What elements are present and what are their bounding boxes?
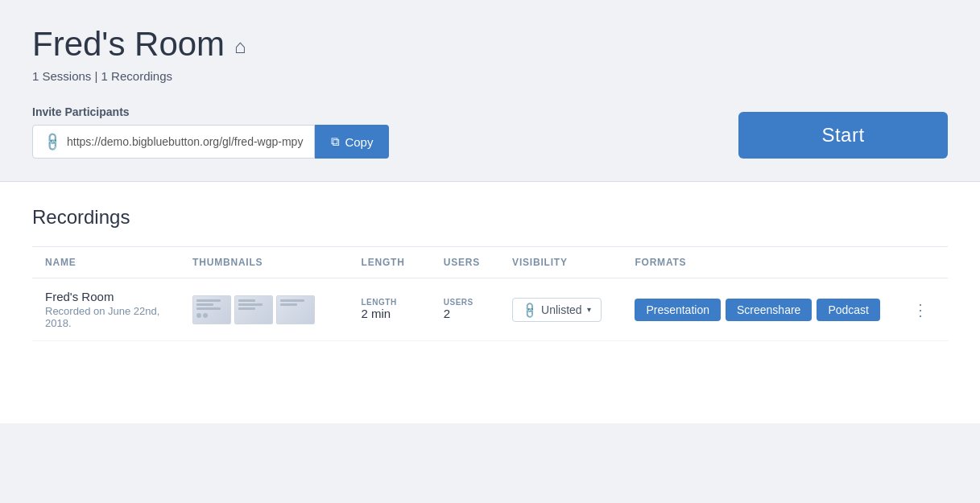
thumbnail-2 xyxy=(234,295,273,324)
thumbnails-container xyxy=(192,295,335,324)
unlisted-label: Unlisted xyxy=(541,303,582,316)
invite-row: Invite Participants 🔗 https://demo.bigbl… xyxy=(32,105,948,159)
formats-container: Presentation Screenshare Podcast xyxy=(635,299,880,321)
thumbnail-3 xyxy=(276,295,315,324)
formats-cell: Presentation Screenshare Podcast xyxy=(622,278,893,341)
chevron-down-icon: ▾ xyxy=(587,305,591,314)
unlisted-link-icon: 🔗 xyxy=(520,300,539,319)
length-label: LENGTH xyxy=(362,298,418,307)
table-header-row: NAME THUMBNAILS LENGTH USERS VISIBILITY … xyxy=(32,247,948,278)
invite-left: Invite Participants 🔗 https://demo.bigbl… xyxy=(32,105,389,159)
recording-name: Fred's Room xyxy=(45,290,167,303)
more-actions-button[interactable]: ⋮ xyxy=(906,297,935,323)
bottom-section: Recordings NAME THUMBNAILS LENGTH USERS … xyxy=(0,182,980,423)
start-button[interactable]: Start xyxy=(738,112,948,159)
home-icon[interactable]: ⌂ xyxy=(234,35,246,58)
col-header-length: LENGTH xyxy=(349,247,431,278)
copy-icon: ⧉ xyxy=(331,134,340,149)
col-header-actions xyxy=(893,247,948,278)
col-header-users: USERS xyxy=(431,247,499,278)
col-header-formats: FORMATS xyxy=(622,247,893,278)
users-label: USERS xyxy=(444,298,486,307)
top-section: Fred's Room ⌂ 1 Sessions | 1 Recordings … xyxy=(0,0,980,181)
invite-url-text: https://demo.bigbluebutton.org/gl/fred-w… xyxy=(67,135,303,148)
recordings-table: NAME THUMBNAILS LENGTH USERS VISIBILITY … xyxy=(32,247,948,341)
recordings-title: Recordings xyxy=(32,206,948,229)
length-cell: LENGTH 2 min xyxy=(349,278,431,341)
room-title-row: Fred's Room ⌂ xyxy=(32,26,948,63)
copy-label: Copy xyxy=(345,135,373,149)
users-value: 2 xyxy=(444,307,450,320)
thumbnails-cell xyxy=(180,278,348,341)
table-row: Fred's Room Recorded on June 22nd, 2018. xyxy=(32,278,948,341)
users-cell: USERS 2 xyxy=(431,278,499,341)
col-header-visibility: VISIBILITY xyxy=(499,247,622,278)
screenshare-button[interactable]: Screenshare xyxy=(726,299,812,321)
session-info: 1 Sessions | 1 Recordings xyxy=(32,69,948,83)
length-value: 2 min xyxy=(362,307,391,320)
link-icon: 🔗 xyxy=(41,130,64,153)
invite-input-row: 🔗 https://demo.bigbluebutton.org/gl/fred… xyxy=(32,125,389,159)
thumbnail-1 xyxy=(192,295,231,324)
copy-button[interactable]: ⧉ Copy xyxy=(315,125,389,159)
more-actions-cell: ⋮ xyxy=(893,278,948,341)
recording-date: Recorded on June 22nd, 2018. xyxy=(45,305,167,329)
recording-name-cell: Fred's Room Recorded on June 22nd, 2018. xyxy=(32,278,180,341)
room-title: Fred's Room xyxy=(32,26,225,63)
col-header-name: NAME xyxy=(32,247,180,278)
visibility-cell: 🔗 Unlisted ▾ xyxy=(499,278,622,341)
presentation-button[interactable]: Presentation xyxy=(635,299,721,321)
podcast-button[interactable]: Podcast xyxy=(817,299,880,321)
unlisted-button[interactable]: 🔗 Unlisted ▾ xyxy=(512,298,602,322)
invite-url-box: 🔗 https://demo.bigbluebutton.org/gl/fred… xyxy=(32,125,315,159)
invite-label: Invite Participants xyxy=(32,105,389,118)
col-header-thumbnails: THUMBNAILS xyxy=(180,247,348,278)
